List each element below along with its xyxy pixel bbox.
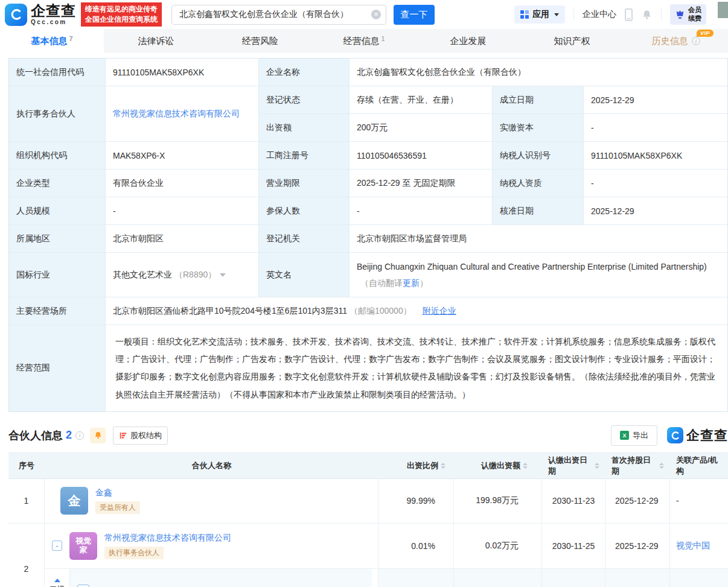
col-amount-label: 认缴出资额 (481, 460, 520, 471)
paid-capital-value: - (584, 114, 727, 141)
est-date-value: 2025-12-29 (584, 86, 727, 113)
table-row: 1 金 金鑫 受益所有人 99.99% 199.98万元 2030-11-23 … (8, 479, 728, 524)
brand-name: 企查查 (31, 4, 76, 18)
table-row: 所属地区 北京市朝阳区 登记机关 北京市朝阳区市场监督管理局 (9, 225, 727, 253)
top-header: 企查查 Qcc.com 缔造有远见的商业传奇 全国企业信用查询系统 查一下 应用… (0, 0, 728, 29)
company-name-value: 北京创鑫智权文化创意合伙企业（有限合伙） (350, 59, 727, 86)
partner-name-link[interactable]: 常州视觉家信息技术咨询有限公司 (104, 533, 231, 544)
related-product-link[interactable]: 视觉中国 (676, 541, 710, 551)
org-code-value: MAK58XP6-X (106, 142, 259, 169)
industry-name: 其他文化艺术业 (113, 270, 172, 281)
address-zip: （邮编100000） (350, 306, 412, 317)
partner-name-cell: 二级 股东 + 视觉（中国）文化发展股份有限公司 (45, 569, 378, 587)
reg-no-value: 110105046536591 (350, 142, 493, 169)
tab-basic-info[interactable]: 基本信息 7 (0, 29, 104, 53)
tab-ip[interactable]: 知识产权 (520, 29, 624, 53)
exec-partner-link[interactable]: 常州视觉家信息技术咨询有限公司 (113, 109, 240, 119)
taxpayer-id-value: 91110105MAK58XP6XK (584, 142, 727, 169)
amount-cell: 199.98万元 (454, 479, 542, 523)
search-input[interactable] (171, 5, 386, 25)
tab-risk[interactable]: 经营风险 (208, 29, 312, 53)
notification-bell-icon[interactable] (641, 9, 653, 21)
table-row: 人员规模 - 参保人数 - 核准日期 2025-12-29 (9, 197, 727, 225)
partners-table-header: 序号 合伙人名称 出资比例 认缴出资额 认缴出资日期 首次持股日期 关联产品/机… (8, 453, 728, 479)
sort-icon[interactable] (659, 463, 664, 469)
partners-table: 序号 合伙人名称 出资比例 认缴出资额 认缴出资日期 首次持股日期 关联产品/机… (8, 452, 728, 587)
amount-cell: 50万元 (454, 569, 542, 587)
apps-menu-button[interactable]: 应用 (514, 5, 565, 24)
col-name: 合伙人名称 (45, 453, 378, 478)
authority-value: 北京市朝阳区市场监督管理局 (350, 225, 727, 252)
tab-legal[interactable]: 法律诉讼 (104, 29, 208, 53)
col-first-date[interactable]: 首次持股日期 (605, 453, 670, 478)
authority-label: 登记机关 (259, 225, 350, 252)
col-amount[interactable]: 认缴出资额 (454, 453, 542, 478)
info-icon[interactable] (75, 431, 84, 440)
expand-button[interactable]: + (77, 585, 89, 587)
credit-code-label: 统一社会信用代码 (9, 59, 106, 86)
side-widget[interactable] (718, 2, 728, 18)
sort-icon[interactable] (523, 463, 528, 469)
apps-grid-icon (520, 10, 529, 19)
col-amount-date[interactable]: 认缴出资日期 (542, 453, 605, 478)
equity-structure-label: 股权结构 (130, 430, 162, 441)
approval-date-label: 核准日期 (493, 197, 584, 224)
excel-icon (620, 431, 629, 440)
tab-basic-label: 基本信息 (31, 36, 68, 47)
table-row: 登记状态 存续（在营、开业、在册） 成立日期 2025-12-29 (259, 86, 727, 114)
tab-ip-label: 知识产权 (554, 36, 590, 47)
sort-icon[interactable] (595, 463, 599, 469)
partner-name-link[interactable]: 金鑫 (95, 487, 112, 498)
search-button[interactable]: 查一下 (394, 5, 435, 25)
avatar: 视觉 家 (69, 532, 97, 560)
vip-renew-button[interactable]: 会员 续费 (670, 4, 706, 25)
ratio-cell: 100% (378, 569, 454, 587)
business-scope-value: 一般项目：组织文化艺术交流活动；技术服务、技术开发、技术咨询、技术交流、技术转让… (106, 325, 727, 411)
col-ratio[interactable]: 出资比例 (378, 453, 454, 478)
en-name-update-link[interactable]: 更新 (403, 278, 420, 288)
business-term-label: 营业期限 (259, 170, 350, 197)
tab-operation[interactable]: 经营信息 1 (312, 29, 416, 53)
clear-icon[interactable] (371, 10, 381, 19)
qcc-logo-icon (5, 4, 27, 26)
business-scope-label: 经营范围 (9, 325, 106, 411)
sort-icon[interactable] (441, 463, 445, 469)
subscribe-bell-button[interactable] (90, 428, 106, 443)
triangle-up-icon[interactable] (54, 579, 60, 582)
collapse-button[interactable]: - (52, 541, 62, 551)
tier2-line-1: 二级 (49, 584, 65, 587)
equity-structure-button[interactable]: 股权结构 (113, 427, 168, 445)
top-right-nav: 应用 企业中心 会员 续费 (514, 4, 722, 25)
org-code-label: 组织机构代码 (9, 142, 106, 169)
tab-development[interactable]: 企业发展 (416, 29, 520, 53)
chevron-down-icon[interactable] (220, 273, 226, 277)
related-cell: - (670, 479, 728, 523)
export-button[interactable]: 导出 (611, 425, 657, 446)
partner-name-cell: 金 金鑫 受益所有人 (45, 479, 378, 523)
basic-info-table: 统一社会信用代码 91110105MAK58XP6XK 企业名称 北京创鑫智权文… (8, 58, 728, 412)
vip-renew-label: 会员 续费 (688, 6, 701, 23)
table-row: 国标行业 其他文化艺术业 （R8890） 英文名 Beijing Chuangx… (9, 253, 727, 297)
enterprise-center-link[interactable]: 企业中心 (583, 9, 616, 20)
industry-code: （R8890） (174, 270, 216, 281)
vip-badge: VIP (697, 30, 714, 37)
tab-basic-count: 7 (69, 35, 73, 42)
table-row: 统一社会信用代码 91110105MAK58XP6XK 企业名称 北京创鑫智权文… (9, 59, 727, 86)
table-row: - 视觉 家 常州视觉家信息技术咨询有限公司 执行事务合伙人 0.01% 0.0… (45, 524, 728, 569)
tab-operation-count: 1 (381, 35, 385, 42)
qcc-logo-text: 企查查 Qcc.com (31, 4, 76, 25)
capital-value: 200万元 (350, 114, 493, 141)
table-row: 经营范围 一般项目：组织文化艺术交流活动；技术服务、技术开发、技术咨询、技术交流… (9, 325, 727, 411)
tab-history[interactable]: VIP 历史信息 (624, 29, 728, 53)
nearby-companies-link[interactable]: 附近企业 (423, 306, 456, 317)
info-icon[interactable] (692, 37, 700, 45)
row-index: 2 (8, 524, 45, 587)
mobile-app-icon[interactable] (625, 8, 633, 21)
col-amount-date-label: 认缴出资日期 (548, 455, 592, 477)
qcc-logo[interactable]: 企查查 Qcc.com (5, 4, 76, 26)
partners-title: 合伙人信息 (8, 428, 63, 443)
bell-icon (94, 431, 103, 440)
reg-no-label: 工商注册号 (259, 142, 350, 169)
qcc-logo-icon (667, 427, 683, 443)
col-related: 关联产品/机构 (670, 453, 728, 478)
